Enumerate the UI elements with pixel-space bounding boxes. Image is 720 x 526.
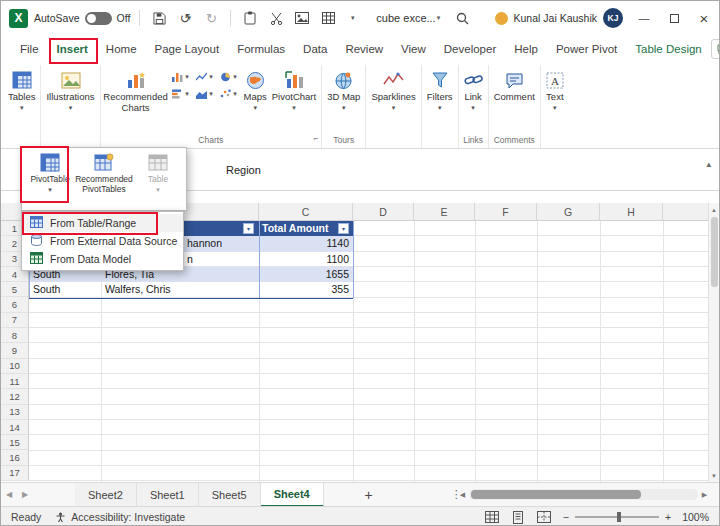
row-header[interactable]: 7 bbox=[1, 313, 29, 328]
tables-button[interactable]: Tables ▾ bbox=[6, 66, 37, 113]
charts-dialog-launcher[interactable]: ⌐ bbox=[313, 132, 318, 145]
cell-amount[interactable]: 1655 bbox=[259, 267, 353, 282]
horizontal-scroll-thumb[interactable] bbox=[471, 490, 641, 499]
autosave-switch-icon[interactable] bbox=[85, 12, 112, 25]
save-button[interactable] bbox=[149, 7, 169, 29]
normal-view-button[interactable] bbox=[485, 511, 500, 524]
column-header-d[interactable]: D bbox=[353, 203, 414, 221]
recommended-pivottables-button[interactable]: Recommended PivotTables bbox=[77, 149, 131, 209]
autosave-toggle[interactable]: AutoSave Off bbox=[34, 12, 130, 25]
accessibility-status[interactable]: Accessibility: Investigate bbox=[55, 511, 185, 523]
column-header-c[interactable]: C bbox=[259, 203, 353, 221]
row-header[interactable]: 17 bbox=[1, 466, 29, 481]
new-sheet-button[interactable]: + bbox=[359, 487, 379, 503]
tab-table-design[interactable]: Table Design bbox=[626, 38, 710, 60]
area-chart-button[interactable]: ▾ bbox=[193, 85, 217, 102]
zoom-knob[interactable] bbox=[617, 512, 621, 522]
page-layout-view-button[interactable] bbox=[511, 511, 526, 524]
sparklines-button[interactable]: Sparklines ▾ bbox=[369, 66, 417, 113]
maps-button[interactable]: Maps ▾ bbox=[242, 66, 269, 113]
column-header-f[interactable]: F bbox=[475, 203, 537, 221]
cell-amount[interactable]: 1100 bbox=[259, 252, 353, 267]
row-header[interactable]: 6 bbox=[1, 297, 29, 312]
scroll-down-icon[interactable]: ▼ bbox=[709, 469, 719, 482]
map-3d-button[interactable]: 3D Map ▾ bbox=[325, 66, 362, 113]
menu-item-from-data-model[interactable]: From Data Model bbox=[22, 250, 183, 268]
filters-button[interactable]: Filters ▾ bbox=[425, 66, 455, 113]
tab-formulas[interactable]: Formulas bbox=[228, 38, 294, 60]
comment-button[interactable]: Comment bbox=[492, 66, 537, 104]
cell-region[interactable]: South bbox=[29, 282, 101, 297]
tab-insert[interactable]: Insert bbox=[48, 38, 97, 60]
filter-dropdown-icon[interactable]: ▾ bbox=[338, 223, 349, 234]
maximize-button[interactable] bbox=[659, 1, 689, 35]
table-row[interactable]: South Walfers, Chris 355 bbox=[29, 282, 353, 297]
vertical-scrollbar[interactable]: ▲ ▼ bbox=[708, 203, 719, 482]
horizontal-scroll-track[interactable] bbox=[469, 489, 698, 500]
tab-power-pivot[interactable]: Power Pivot bbox=[547, 38, 626, 60]
illustrations-button[interactable]: Illustrations ▾ bbox=[44, 66, 96, 113]
column-chart-button[interactable]: ▾ bbox=[169, 68, 193, 85]
sheet-tab-sheet5[interactable]: Sheet5 bbox=[199, 483, 261, 507]
clipboard-button[interactable] bbox=[240, 7, 260, 29]
table-button[interactable]: Table ▾ bbox=[131, 149, 185, 209]
sheet-tab-sheet4[interactable]: Sheet4 bbox=[261, 483, 324, 507]
cell-name[interactable]: Walfers, Chris bbox=[101, 282, 259, 297]
avatar[interactable]: KJ bbox=[603, 8, 623, 28]
zoom-in-icon[interactable]: + bbox=[665, 511, 671, 523]
tab-file[interactable]: File bbox=[11, 38, 48, 60]
sheet-tab-sheet1[interactable]: Sheet1 bbox=[137, 483, 199, 507]
column-header-h[interactable]: H bbox=[600, 203, 663, 221]
row-header[interactable]: 12 bbox=[1, 389, 29, 404]
tab-data[interactable]: Data bbox=[294, 38, 336, 60]
row-header[interactable]: 13 bbox=[1, 405, 29, 420]
table-header-amount[interactable]: Total Amount bbox=[262, 221, 329, 236]
comments-toggle-button[interactable] bbox=[711, 39, 720, 59]
search-button[interactable] bbox=[452, 7, 472, 29]
vertical-scroll-thumb[interactable] bbox=[711, 217, 718, 287]
redo-button[interactable]: ↻ bbox=[201, 7, 221, 29]
account-area[interactable]: Kunal Jai Kaushik KJ bbox=[495, 8, 623, 28]
cut-button[interactable] bbox=[266, 7, 286, 29]
zoom-track[interactable] bbox=[575, 516, 659, 518]
column-header-e[interactable]: E bbox=[414, 203, 475, 221]
filter-dropdown-icon[interactable]: ▾ bbox=[243, 223, 254, 234]
zoom-slider[interactable]: − + bbox=[563, 511, 671, 523]
cell-amount[interactable]: 1140 bbox=[259, 236, 353, 251]
row-header[interactable]: 8 bbox=[1, 328, 29, 343]
sheet-tab-sheet2[interactable]: Sheet2 bbox=[75, 483, 137, 507]
zoom-level[interactable]: 100% bbox=[682, 511, 709, 523]
column-header-partial[interactable] bbox=[663, 203, 711, 221]
text-button[interactable]: A Text ▾ bbox=[544, 66, 566, 113]
picture-button[interactable] bbox=[292, 7, 312, 29]
tab-page-layout[interactable]: Page Layout bbox=[146, 38, 229, 60]
row-header[interactable]: 11 bbox=[1, 374, 29, 389]
tab-help[interactable]: Help bbox=[505, 38, 547, 60]
close-button[interactable]: × bbox=[689, 1, 719, 35]
line-chart-button[interactable]: ▾ bbox=[193, 68, 217, 85]
scroll-up-icon[interactable]: ▲ bbox=[709, 203, 719, 216]
link-button[interactable]: Link ▾ bbox=[462, 66, 485, 113]
sheet-nav-left-icon[interactable]: ◀ bbox=[1, 490, 17, 499]
pivotchart-button[interactable]: PivotChart ▾ bbox=[270, 66, 318, 113]
scroll-left-icon[interactable]: ◀ bbox=[456, 491, 469, 499]
row-header[interactable]: 15 bbox=[1, 435, 29, 450]
column-header-g[interactable]: G bbox=[537, 203, 600, 221]
row-header[interactable]: 16 bbox=[1, 450, 29, 465]
row-header[interactable]: 5 bbox=[1, 282, 29, 297]
horizontal-scrollbar[interactable]: ◀ ▶ bbox=[456, 488, 711, 501]
pivottable-button[interactable]: PivotTable ▾ bbox=[23, 149, 77, 209]
tab-home[interactable]: Home bbox=[97, 38, 146, 60]
menu-item-from-table-range[interactable]: From Table/Range bbox=[22, 214, 183, 232]
menu-item-from-external-source[interactable]: From External Data Source bbox=[22, 232, 183, 250]
sheet-nav-right-icon[interactable]: ▶ bbox=[17, 490, 33, 499]
row-header[interactable]: 14 bbox=[1, 420, 29, 435]
tab-developer[interactable]: Developer bbox=[435, 38, 505, 60]
table-quick-button[interactable] bbox=[318, 7, 338, 29]
formula-bar-collapse-icon[interactable]: ▴ bbox=[706, 159, 711, 169]
row-header[interactable]: 10 bbox=[1, 359, 29, 374]
pie-chart-button[interactable]: ▾ bbox=[217, 68, 241, 85]
bar-chart-button[interactable]: ▾ bbox=[169, 85, 193, 102]
zoom-out-icon[interactable]: − bbox=[563, 511, 569, 523]
row-header[interactable]: 9 bbox=[1, 343, 29, 358]
